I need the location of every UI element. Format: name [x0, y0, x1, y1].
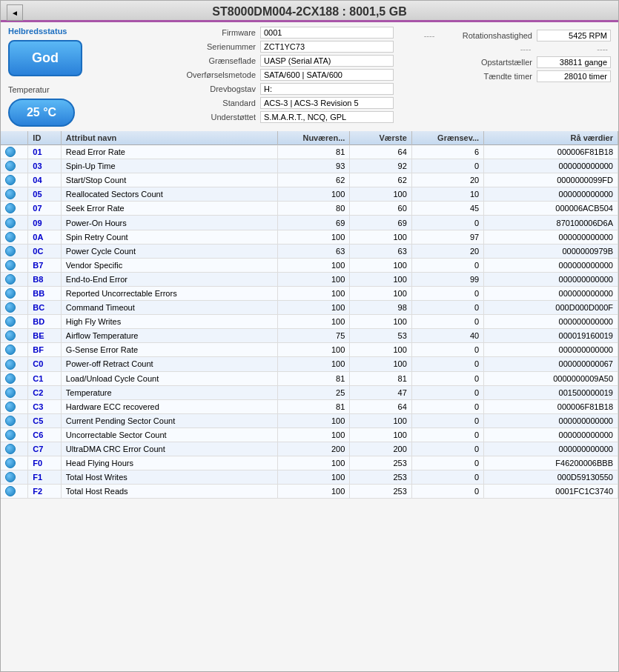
- row-worst: 53: [350, 329, 411, 343]
- row-id: BE: [28, 329, 62, 343]
- table-row: 0A Spin Retry Count 100 100 97 000000000…: [1, 230, 618, 244]
- row-id: C1: [28, 371, 62, 385]
- row-threshold: 0: [411, 371, 483, 385]
- row-id: BF: [28, 343, 62, 357]
- row-id: 0C: [28, 244, 62, 258]
- power-on-label: Tændte timer: [440, 72, 537, 81]
- row-worst: 69: [350, 216, 411, 230]
- row-threshold: 0: [411, 343, 483, 357]
- row-worst: 64: [350, 145, 411, 159]
- info-right: ---- Rotationshastighed 5425 RPM ---- --…: [403, 27, 611, 127]
- row-name: Seek Error Rate: [61, 202, 277, 216]
- row-id: C3: [28, 399, 62, 413]
- row-id: 0A: [28, 230, 62, 244]
- table-row: 09 Power-On Hours 69 69 0 870100006D6A: [1, 216, 618, 230]
- row-current: 100: [277, 272, 349, 286]
- status-icon: [5, 203, 16, 213]
- row-icon: [1, 371, 28, 385]
- transfer-value: SATA/600 | SATA/600: [260, 69, 394, 81]
- row-raw: 000000000000: [484, 159, 618, 173]
- row-worst: 253: [350, 470, 411, 485]
- table-row: BB Reported Uncorrectable Errors 100 100…: [1, 286, 618, 300]
- row-worst: 100: [350, 357, 411, 371]
- row-id: 01: [28, 145, 62, 159]
- row-threshold: 0: [411, 258, 483, 272]
- row-id: C7: [28, 442, 62, 456]
- row-threshold: 0: [411, 428, 483, 442]
- row-id: 04: [28, 173, 62, 187]
- row-name: Uncorrectable Sector Count: [61, 428, 277, 442]
- row-name: Load/Unload Cycle Count: [61, 371, 277, 385]
- table-row: 03 Spin-Up Time 93 92 0 000000000000: [1, 159, 618, 173]
- status-icon: [5, 330, 16, 341]
- row-name: Vendor Specific: [61, 258, 277, 272]
- transfer-label: Overførselsmetode: [164, 70, 260, 79]
- row-icon: [1, 385, 28, 399]
- standard-value: ACS-3 | ACS-3 Revision 5: [260, 97, 394, 109]
- row-current: 100: [277, 343, 349, 357]
- row-threshold: 0: [411, 385, 483, 399]
- serial-value: ZCT1YC73: [260, 41, 394, 53]
- row-icon: [1, 428, 28, 442]
- row-raw: 000006F81B18: [484, 145, 618, 159]
- drive-letter-value: H:: [260, 83, 394, 95]
- row-threshold: 0: [411, 413, 483, 428]
- row-worst: 47: [350, 385, 411, 399]
- row-threshold: 99: [411, 272, 483, 286]
- row-threshold: 6: [411, 145, 483, 159]
- table-row: BD High Fly Writes 100 100 0 00000000000…: [1, 315, 618, 329]
- table-row: BC Command Timeout 100 98 0 000D000D000F: [1, 301, 618, 315]
- row-worst: 100: [350, 258, 411, 272]
- row-current: 100: [277, 187, 349, 202]
- row-threshold: 0: [411, 456, 483, 470]
- row-worst: 62: [350, 173, 411, 187]
- row-threshold: 0: [411, 286, 483, 300]
- row-raw: 000000000000: [484, 286, 618, 300]
- interface-label: Grænseflade: [164, 56, 260, 65]
- row-name: End-to-End Error: [61, 272, 277, 286]
- firmware-label: Firmware: [164, 28, 260, 37]
- serial-row: Serienummer ZCT1YC73: [164, 41, 396, 53]
- table-row: BE Airflow Temperature 75 53 40 00001916…: [1, 329, 618, 343]
- row-icon: [1, 286, 28, 300]
- row-name: Temperature: [61, 385, 277, 399]
- row-id: B8: [28, 272, 62, 286]
- row-threshold: 0: [411, 357, 483, 371]
- row-current: 100: [277, 428, 349, 442]
- table-row: C6 Uncorrectable Sector Count 100 100 0 …: [1, 428, 618, 442]
- table-row: B8 End-to-End Error 100 100 99 000000000…: [1, 272, 618, 286]
- row-id: F1: [28, 470, 62, 485]
- row-worst: 92: [350, 159, 411, 173]
- row-worst: 100: [350, 286, 411, 300]
- row-current: 100: [277, 413, 349, 428]
- row-worst: 200: [350, 442, 411, 456]
- row-name: Current Pending Sector Count: [61, 413, 277, 428]
- row-icon: [1, 187, 28, 202]
- row-raw: 000000000000: [484, 187, 618, 202]
- row-threshold: 10: [411, 187, 483, 202]
- row-threshold: 0: [411, 216, 483, 230]
- col-header-id: ID: [28, 131, 62, 145]
- row-icon: [1, 272, 28, 286]
- row-name: Read Error Rate: [61, 145, 277, 159]
- row-current: 25: [277, 385, 349, 399]
- row-threshold: 97: [411, 230, 483, 244]
- back-button[interactable]: ◄: [7, 4, 23, 21]
- drive-letter-label: Drevbogstav: [164, 84, 260, 93]
- table-row: 05 Reallocated Sectors Count 100 100 10 …: [1, 187, 618, 202]
- row-icon: [1, 442, 28, 456]
- row-name: Total Host Reads: [61, 485, 277, 499]
- smart-table: ID Attribut navn Nuværen... Værste Græns…: [1, 131, 618, 499]
- row-icon: [1, 230, 28, 244]
- row-worst: 100: [350, 230, 411, 244]
- row-current: 62: [277, 173, 349, 187]
- row-name: Reported Uncorrectable Errors: [61, 286, 277, 300]
- row-raw: 000006ACB504: [484, 202, 618, 216]
- row-threshold: 20: [411, 173, 483, 187]
- info-left: Helbredsstatus God Temperatur 25 °C: [8, 27, 156, 127]
- row-worst: 253: [350, 456, 411, 470]
- row-icon: [1, 470, 28, 485]
- row-icon: [1, 244, 28, 258]
- row-raw: 0000000979B: [484, 244, 618, 258]
- row-worst: 100: [350, 187, 411, 202]
